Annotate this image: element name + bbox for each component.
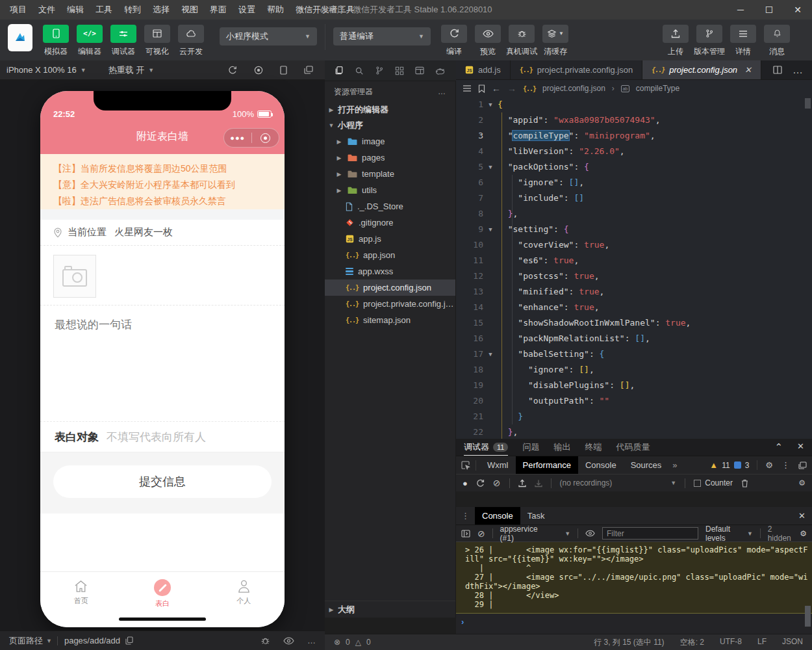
devtools-tab-Sources[interactable]: Sources xyxy=(624,456,669,474)
fold-icon[interactable]: ▼ xyxy=(483,346,498,362)
status-segment[interactable]: JSON xyxy=(782,637,803,648)
debugger-tab-调试器[interactable]: 调试器11 xyxy=(464,439,508,456)
explorer-item-app.js[interactable]: JSapp.js xyxy=(325,231,455,247)
close-console-icon[interactable]: ✕ xyxy=(798,511,806,521)
list-icon[interactable] xyxy=(463,84,472,92)
back-arrow-icon[interactable]: ← xyxy=(492,83,501,94)
上传-button[interactable] xyxy=(663,25,689,43)
menu-item-微信开发者工具[interactable]: 微信开发者工具 xyxy=(290,0,361,20)
hot-reload-toggle[interactable]: 热重载 开 ▼ xyxy=(102,64,161,76)
close-button[interactable]: ✕ xyxy=(783,0,812,20)
message-textarea[interactable]: 最想说的一句话 xyxy=(40,306,285,421)
clear-console-icon[interactable]: ⊘ xyxy=(477,528,485,539)
close-panel-icon[interactable]: ✕ xyxy=(797,441,804,453)
menu-item-选择[interactable]: 选择 xyxy=(147,0,175,20)
capsule-menu[interactable]: ●●● xyxy=(223,128,279,148)
menu-item-工具[interactable]: 工具 xyxy=(90,0,118,20)
console-output[interactable]: > 26 | <image wx:for="{{imglist}}" class… xyxy=(456,542,812,614)
menu-item-编辑[interactable]: 编辑 xyxy=(61,0,90,20)
console-scrollbar[interactable] xyxy=(805,606,811,627)
log-levels-select[interactable]: Default levels ▼ xyxy=(705,525,753,543)
status-segment[interactable]: LF xyxy=(757,637,767,648)
code-editor[interactable]: 1▼{2 "appid": "wxa8a0987b05074943",3 "co… xyxy=(456,97,812,439)
device-frame-icon[interactable] xyxy=(280,66,287,75)
预览-button[interactable] xyxy=(475,25,501,43)
status-segment[interactable]: UTF-8 xyxy=(720,637,742,648)
console-tab-Task[interactable]: Task xyxy=(520,507,552,525)
menu-item-帮助[interactable]: 帮助 xyxy=(261,0,290,20)
search-icon[interactable] xyxy=(355,66,364,75)
phone-tab-首页[interactable]: 首页 xyxy=(40,572,121,627)
explorer-item-app.json[interactable]: {..}app.json xyxy=(325,247,455,263)
detach-window-icon[interactable] xyxy=(304,66,313,75)
explorer-section-小程序[interactable]: ▼小程序 xyxy=(325,118,455,133)
sidebar-toggle-icon[interactable] xyxy=(461,530,470,538)
device-select[interactable]: iPhone X 100% 16 ▼ xyxy=(0,65,93,75)
outline-section[interactable]: ▶ 大纲 xyxy=(325,601,455,618)
explorer-section-打开的编辑器[interactable]: ▶打开的编辑器 xyxy=(325,102,455,118)
devtools-tab-Performance[interactable]: Performance xyxy=(516,456,578,474)
record-icon[interactable] xyxy=(254,66,263,75)
explorer-item-image[interactable]: ▶image xyxy=(325,133,455,150)
more-tabs-icon[interactable]: » xyxy=(672,460,677,470)
copy-icon[interactable] xyxy=(125,636,133,645)
rotate-icon[interactable] xyxy=(228,66,237,75)
devtools-tab-Wxml[interactable]: Wxml xyxy=(480,456,516,474)
fold-icon[interactable]: ▼ xyxy=(483,159,498,175)
editor-tab-project.private.config.json[interactable]: {..}project.private.config.json xyxy=(511,60,643,79)
app-window-icon[interactable] xyxy=(415,66,424,75)
kebab-menu-icon[interactable]: ⋮ xyxy=(781,460,790,470)
console-prompt[interactable]: › xyxy=(456,614,812,629)
phone-tab-个人[interactable]: 个人 xyxy=(203,572,285,627)
split-editor-icon[interactable] xyxy=(773,66,782,74)
explorer-item-app.wxss[interactable]: app.wxss xyxy=(325,263,455,280)
source-control-icon[interactable] xyxy=(375,66,384,75)
debugger-tab-终端[interactable]: 终端 xyxy=(585,439,602,456)
版本管理-button[interactable] xyxy=(696,25,722,43)
trash-icon[interactable] xyxy=(741,479,748,488)
settings-gear-icon[interactable]: ⚙ xyxy=(798,478,806,488)
collapse-panel-icon[interactable]: ⌃ xyxy=(775,441,783,453)
menu-item-转到[interactable]: 转到 xyxy=(118,0,147,20)
explorer-item-project.private.config.js...[interactable]: {..}project.private.config.js... xyxy=(325,296,455,312)
extensions-icon[interactable] xyxy=(395,66,404,75)
可视化-button[interactable] xyxy=(144,25,170,43)
云开发-button[interactable] xyxy=(178,25,204,43)
menu-item-界面[interactable]: 界面 xyxy=(204,0,233,20)
inspect-icon[interactable] xyxy=(461,461,470,470)
explorer-item-sitemap.json[interactable]: {..}sitemap.json xyxy=(325,312,455,328)
eye-icon[interactable] xyxy=(585,530,595,537)
explorer-item-project.config.json[interactable]: {..}project.config.json xyxy=(325,280,455,296)
close-target-icon[interactable] xyxy=(252,133,279,143)
maximize-button[interactable]: ☐ xyxy=(755,0,783,20)
files-icon[interactable] xyxy=(335,66,344,75)
editor-tab-project.config.json[interactable]: {..}project.config.json✕ xyxy=(642,60,761,79)
explorer-item-utils[interactable]: ▶utils xyxy=(325,182,455,198)
recordings-select[interactable]: (no recordings) ▼ xyxy=(560,478,677,488)
模拟器-button[interactable] xyxy=(43,25,69,43)
editor-tab-add.js[interactable]: JSadd.js xyxy=(456,60,511,79)
explorer-item-._.DS_Store[interactable]: ._.DS_Store xyxy=(325,198,455,214)
fold-icon[interactable]: ▼ xyxy=(483,97,498,112)
bookmark-icon[interactable] xyxy=(478,84,485,93)
problems-summary[interactable]: ⊗ 0 △ 0 xyxy=(334,638,371,647)
upload-image-button[interactable] xyxy=(53,255,96,298)
forward-arrow-icon[interactable]: → xyxy=(507,83,516,94)
status-segment[interactable]: 行 3, 列 15 (选中 11) xyxy=(594,637,664,648)
record-icon[interactable]: ● xyxy=(463,478,468,488)
reload-icon[interactable] xyxy=(476,479,485,488)
清缓存-button[interactable]: ▼ xyxy=(542,25,568,43)
调试器-button[interactable] xyxy=(110,25,136,43)
bug-icon[interactable] xyxy=(260,636,270,645)
console-settings-gear-icon[interactable]: ⚙ xyxy=(800,529,807,538)
filter-input[interactable] xyxy=(602,527,698,540)
counter-checkbox[interactable]: Counter xyxy=(694,478,733,488)
clear-icon[interactable]: ⊘ xyxy=(493,478,501,488)
editor-scrollbar[interactable] xyxy=(805,98,811,109)
编辑器-button[interactable]: </> xyxy=(77,25,103,43)
explorer-item-template[interactable]: ▶template xyxy=(325,166,455,182)
minimize-button[interactable]: ─ xyxy=(726,0,755,20)
more-actions-icon[interactable]: … xyxy=(307,636,316,645)
plugin-icon[interactable] xyxy=(435,67,445,75)
save-profile-icon[interactable] xyxy=(535,479,542,488)
